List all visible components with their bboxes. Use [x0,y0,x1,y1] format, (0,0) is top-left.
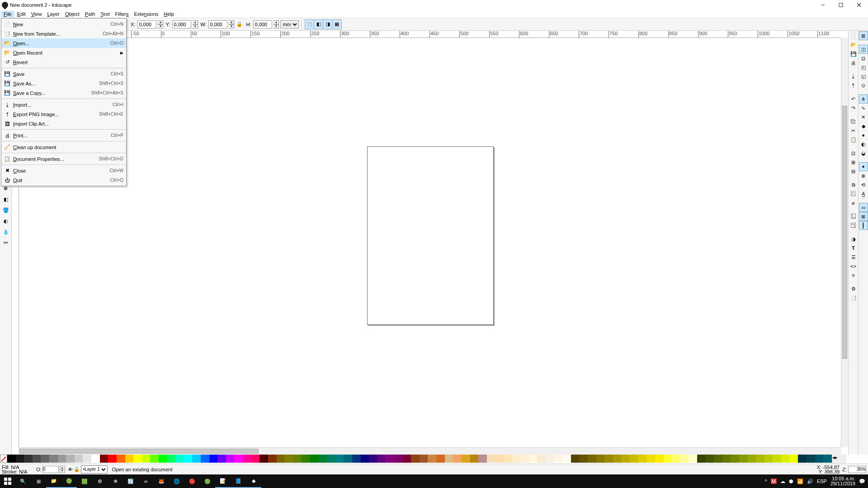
bucket-tool[interactable]: 🪣 [1,205,11,215]
swatch[interactable] [672,455,680,463]
swatch[interactable] [790,455,798,463]
menu-item-new[interactable]: 📄NewCtrl+N [1,19,126,29]
swatch[interactable] [487,455,495,463]
fill-stroke-icon[interactable]: ◑ [849,235,858,243]
swatch[interactable] [638,455,647,463]
app-icon[interactable]: 🟩 [77,474,92,488]
snap-rotation-icon[interactable]: ⟲ [859,181,868,189]
swatch[interactable] [150,455,159,463]
swatch[interactable] [175,455,184,463]
scrollbar-vertical[interactable] [841,38,848,447]
swatch[interactable] [184,455,193,463]
menu-item-export-png-image-[interactable]: ⭱Export PNG Image...Shift+Ctrl+E [1,109,126,119]
tray-app-icon[interactable]: M [771,479,777,484]
swatch[interactable] [209,455,218,463]
fill-stroke-indicator[interactable]: Fill: N/A Stroke: N/A [2,465,33,474]
layer-visible-icon[interactable]: 👁 [68,467,73,472]
zoom-fit-icon[interactable]: ⊡ [849,149,858,157]
menu-item-save[interactable]: 💾SaveCtrl+S [1,69,126,79]
swatch[interactable] [251,455,260,463]
w-input[interactable] [208,20,227,28]
swatch[interactable] [739,455,748,463]
redo-icon[interactable]: ↷ [849,104,858,112]
gear-icon[interactable]: ⚙ [92,474,108,488]
swatch[interactable] [428,455,436,463]
swatch[interactable] [386,455,394,463]
snap-enable-icon[interactable]: ⊞ [859,32,868,40]
swatch[interactable] [7,455,16,463]
swatch[interactable] [75,455,83,463]
save-doc-icon[interactable]: 💾 [849,50,858,58]
swatch[interactable] [697,455,706,463]
lock-icon[interactable]: 🔒 [236,21,244,27]
tray-cloud-icon[interactable]: ☁ [780,479,785,484]
system-tray[interactable]: ^ M ☁ ⬢ 📶 🔊 ESP 10:05 a.m. 29/11/2019 💬 [765,476,868,486]
palette-scroll[interactable]: ◂▸ [832,455,846,464]
swatch[interactable] [807,455,815,463]
canvas[interactable] [19,38,841,447]
swatch[interactable] [234,455,243,463]
close-button[interactable] [850,0,868,10]
swatch[interactable] [579,455,588,463]
swatch[interactable] [764,455,773,463]
swatch[interactable] [420,455,428,463]
align-icon[interactable]: ≡ [849,271,858,279]
swatch[interactable] [302,455,310,463]
snap-grid-icon[interactable]: ⊞ [859,212,868,221]
swatch[interactable] [369,455,377,463]
scrollbar-horizontal[interactable] [19,447,841,455]
menu-item-print-[interactable]: 🖨Print...Ctrl+P [1,131,126,140]
swatch[interactable] [16,455,24,463]
swatch[interactable] [49,455,58,463]
move-gradients-toggle[interactable]: ◨ [323,20,332,29]
swatch[interactable] [159,455,167,463]
inkscape-taskbar-icon[interactable]: ◆ [246,474,261,488]
swatch[interactable] [748,455,756,463]
swatch[interactable] [823,455,832,463]
eraser-tool[interactable]: ◧ [1,194,11,204]
x-input[interactable] [137,20,156,28]
scale-stroke-toggle[interactable]: ⬚ [305,20,314,29]
menu-help[interactable]: Help [161,11,177,17]
swatch[interactable] [706,455,714,463]
menu-item-quit[interactable]: ⏻QuitCtrl+Q [1,175,126,185]
ungroup-icon[interactable]: ⿹ [849,221,858,230]
import-icon[interactable]: ⭳ [849,72,858,80]
zoom-page-icon[interactable]: ⊞ [849,158,858,166]
notepad-icon[interactable]: 📝 [215,474,231,488]
snap-other-icon[interactable]: ✦ [859,163,868,171]
swatch[interactable] [259,455,268,463]
swatch[interactable] [243,455,251,463]
taskbar-clock[interactable]: 10:05 a.m. 29/11/2019 [830,476,855,486]
move-patterns-toggle[interactable]: ▦ [332,20,341,29]
snap-smooth-icon[interactable]: ● [859,131,868,139]
new-doc-icon[interactable]: 📄 [849,32,858,40]
layer-select[interactable]: •Layer 1 [81,465,108,474]
menu-object[interactable]: Object [62,11,82,17]
swatch[interactable] [377,455,386,463]
app2-icon[interactable]: ❄ [108,474,123,488]
scroll-thumb[interactable] [842,106,847,359]
snap-obj-mid-icon[interactable]: ◒ [859,149,868,157]
swatch[interactable] [798,455,807,463]
swatch[interactable] [453,455,462,463]
cut-icon[interactable]: ✂ [849,127,858,135]
paste-icon[interactable]: 📋 [849,136,858,144]
swatch[interactable] [41,455,49,463]
swatch[interactable] [621,455,630,463]
swatch[interactable] [100,455,108,463]
opacity-input[interactable] [42,466,59,473]
swatch[interactable] [335,455,344,463]
w-spinner[interactable]: ▲▼ [229,20,234,28]
swatch[interactable] [613,455,622,463]
swatch[interactable] [512,455,521,463]
duplicate-icon[interactable]: ⧉ [849,181,858,189]
scroll-thumb[interactable] [19,449,259,454]
swatch[interactable] [731,455,739,463]
swatch[interactable] [529,455,538,463]
snap-bbox-icon[interactable]: ◫ [859,45,868,53]
copy-icon[interactable]: ⿻ [849,117,858,126]
notifications-icon[interactable]: 💬 [859,479,865,484]
swatch[interactable] [596,455,605,463]
menu-view[interactable]: View [28,11,45,17]
